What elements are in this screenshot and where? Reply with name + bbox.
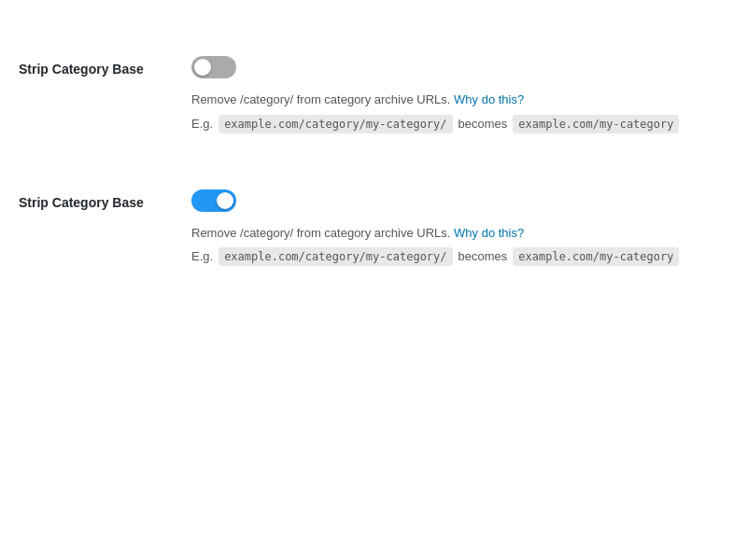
- setting-row-off: Strip Category Base Remove /category/ fr…: [19, 56, 728, 133]
- toggle-track-on: [191, 189, 236, 212]
- setting-label-1: Strip Category Base: [19, 56, 191, 77]
- setting-description-1: Remove /category/ from category archive …: [191, 91, 728, 109]
- toggle-track-off: [191, 56, 236, 78]
- setting-example-2: E.g. example.com/category/my-category/ b…: [191, 247, 728, 266]
- setting-example-1: E.g. example.com/category/my-category/ b…: [191, 115, 728, 133]
- description-text-1: Remove /category/ from category archive …: [191, 92, 450, 106]
- label-text-1: Strip Category Base: [19, 62, 144, 77]
- url-before-2: example.com/category/my-category/: [218, 247, 452, 266]
- url-before-1: example.com/category/my-category/: [218, 115, 452, 133]
- setting-label-2: Strip Category Base: [19, 189, 191, 210]
- setting-description-2: Remove /category/ from category archive …: [191, 224, 728, 243]
- setting-row-on: Strip Category Base Remove /category/ fr…: [19, 189, 728, 267]
- url-after-1: example.com/my-category: [513, 115, 679, 133]
- toggle-switch-on[interactable]: [191, 189, 236, 212]
- eg-label-1: E.g.: [191, 115, 213, 133]
- becomes-text-1: becomes: [458, 115, 508, 133]
- url-after-2: example.com/my-category: [513, 247, 679, 266]
- description-text-2: Remove /category/ from category archive …: [191, 226, 450, 240]
- eg-label-2: E.g.: [191, 247, 213, 266]
- label-text-2: Strip Category Base: [19, 195, 144, 210]
- setting-content-2: Remove /category/ from category archive …: [191, 189, 728, 267]
- toggle-thumb-off: [194, 59, 211, 76]
- page-container: Strip Category Base Remove /category/ fr…: [0, 0, 747, 560]
- toggle-switch-off[interactable]: [191, 56, 236, 78]
- toggle-thumb-on: [217, 192, 233, 209]
- setting-content-1: Remove /category/ from category archive …: [191, 56, 728, 133]
- becomes-text-2: becomes: [458, 247, 508, 266]
- why-link-1[interactable]: Why do this?: [454, 92, 524, 106]
- why-link-2[interactable]: Why do this?: [454, 226, 524, 240]
